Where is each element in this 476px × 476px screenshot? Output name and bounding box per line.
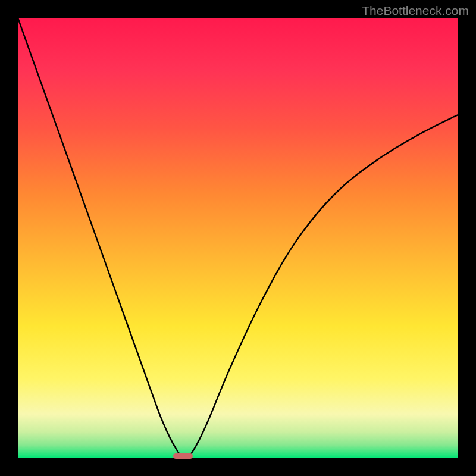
bottleneck-curve xyxy=(18,18,458,458)
watermark-text: TheBottleneck.com xyxy=(362,4,469,18)
minimum-marker xyxy=(173,453,193,459)
chart-container xyxy=(18,18,458,458)
